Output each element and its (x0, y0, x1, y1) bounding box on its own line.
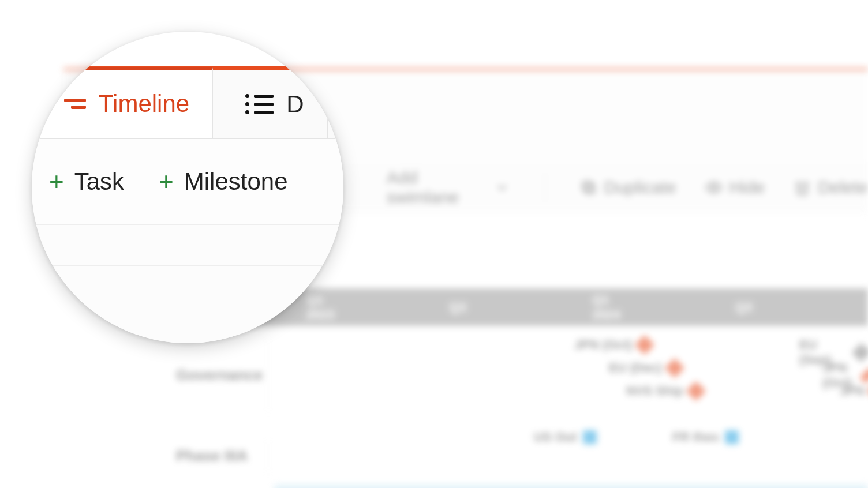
trash-icon (794, 179, 811, 196)
magnifier-lens: Timeline D + Task + Milestone (32, 32, 343, 343)
add-swimlane-button[interactable]: Add swimlane (387, 168, 510, 207)
chevron-down-icon (494, 179, 510, 196)
hide-button[interactable]: Hide (705, 178, 765, 197)
view-tabs: Timeline D (32, 70, 343, 139)
timeline-icon (64, 99, 86, 109)
tab-details-label: D (286, 91, 304, 118)
tab-timeline-label: Timeline (99, 90, 189, 118)
add-task-label: Task (74, 168, 124, 196)
svg-point-2 (712, 185, 716, 190)
plus-icon: + (49, 169, 64, 194)
list-icon (245, 94, 274, 114)
delete-button[interactable]: Delete (794, 178, 868, 197)
milestone-jpn-oct-1[interactable]: JPN (Oct) (574, 337, 652, 352)
plus-icon: + (159, 169, 174, 194)
duplicate-button[interactable]: Duplicate (580, 178, 676, 197)
milestone-us-out[interactable]: US Out (534, 430, 597, 445)
swimlane-label-governance: Governance (153, 337, 268, 412)
duplicate-icon (580, 179, 597, 196)
eye-icon (705, 179, 723, 196)
svg-rect-0 (586, 185, 594, 193)
milestone-nvs-ship[interactable]: NVS Ship (626, 384, 703, 399)
milestone-eu-dec[interactable]: EU (Dec) (609, 361, 682, 376)
add-task-button[interactable]: + Task (49, 168, 124, 196)
add-milestone-button[interactable]: + Milestone (159, 168, 287, 196)
add-milestone-label: Milestone (184, 168, 288, 196)
swimlane-label-phase: Phase IIIA (153, 438, 268, 473)
milestone-jpn[interactable]: JPN (840, 384, 868, 399)
svg-rect-1 (583, 182, 592, 190)
add-actions-row: + Task + Milestone (32, 139, 343, 224)
milestone-fr-thes[interactable]: FR thes (672, 430, 739, 445)
phase-bar[interactable] (274, 485, 868, 488)
